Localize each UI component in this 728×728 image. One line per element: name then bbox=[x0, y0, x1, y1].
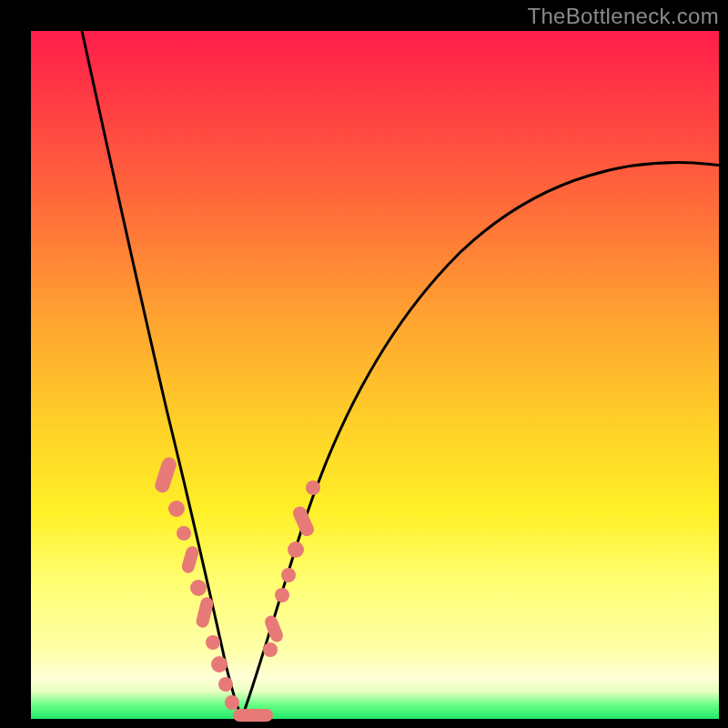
watermark-text: TheBottleneck.com bbox=[527, 4, 719, 29]
svg-point-2 bbox=[177, 526, 191, 541]
svg-rect-10 bbox=[233, 709, 273, 722]
svg-rect-3 bbox=[180, 545, 200, 575]
plot-area bbox=[31, 31, 719, 719]
svg-point-8 bbox=[218, 677, 233, 692]
svg-rect-5 bbox=[195, 596, 215, 629]
svg-point-17 bbox=[306, 480, 320, 495]
svg-rect-16 bbox=[291, 504, 317, 538]
svg-point-11 bbox=[263, 642, 278, 657]
svg-point-6 bbox=[206, 635, 220, 650]
svg-rect-0 bbox=[153, 456, 178, 495]
bottleneck-curve-left bbox=[81, 26, 242, 717]
svg-point-9 bbox=[225, 695, 239, 710]
curve-svg bbox=[31, 31, 719, 719]
svg-point-15 bbox=[288, 541, 304, 558]
markers-right-cluster bbox=[263, 480, 320, 657]
svg-point-13 bbox=[275, 588, 289, 602]
svg-point-14 bbox=[281, 568, 296, 582]
svg-point-4 bbox=[190, 580, 207, 596]
bottleneck-curve-right bbox=[242, 163, 723, 717]
svg-point-1 bbox=[168, 500, 185, 517]
svg-point-7 bbox=[211, 656, 228, 672]
chart-frame: TheBottleneck.com bbox=[0, 0, 728, 728]
markers-bottom-pill bbox=[233, 709, 273, 722]
